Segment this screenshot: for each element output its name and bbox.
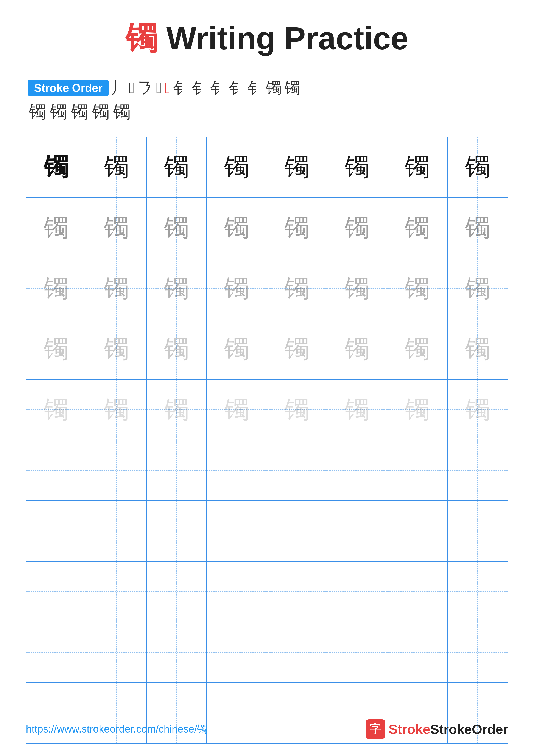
grid-cell-r8-c7[interactable]	[387, 562, 447, 622]
grid-cell-r6-c8[interactable]	[447, 440, 508, 500]
grid-cell-r9-c3[interactable]	[147, 622, 207, 682]
grid-cell-r1-c6: 镯	[327, 137, 387, 197]
grid-cell-r6-c7[interactable]	[387, 440, 447, 500]
grid-cell-r6-c3[interactable]	[147, 440, 207, 500]
cell-char: 镯	[465, 397, 490, 422]
stroke-s10: 钅	[247, 78, 263, 98]
cell-char: 镯	[405, 155, 429, 179]
grid-cell-r6-c2[interactable]	[87, 440, 146, 500]
grid-cell-r7-c3[interactable]	[147, 501, 207, 561]
stroke-s9: 钅	[229, 78, 244, 98]
cell-char: 镯	[224, 276, 249, 301]
stroke-s11: 镯	[266, 78, 282, 98]
stroke-order-badge: Stroke Order	[28, 80, 109, 96]
grid-cell-r9-c6[interactable]	[327, 622, 387, 682]
grid-cell-r4-c8: 镯	[447, 319, 508, 379]
footer: https://www.strokeorder.com/chinese/镯 字 …	[26, 719, 508, 739]
page-title: 镯 Writing Practice	[26, 17, 508, 60]
stroke-order-section: Stroke Order 丿 𠂆 ㇋ 𠄎 𠄎 钅 钅 钅 钅 钅 镯 镯 镯 镯…	[26, 78, 508, 124]
stroke-s1: 丿	[110, 78, 126, 98]
grid-cell-r6-c6[interactable]	[327, 440, 387, 500]
grid-cell-r9-c4[interactable]	[207, 622, 267, 682]
grid-cell-r9-c2[interactable]	[87, 622, 146, 682]
stroke-l2-s1: 镯	[29, 100, 46, 124]
grid-cell-r1-c7: 镯	[387, 137, 447, 197]
grid-cell-r5-c7: 镯	[387, 380, 447, 440]
footer-logo-text: StrokeStrokeOrder	[389, 721, 508, 737]
grid-cell-r7-c1[interactable]	[26, 501, 87, 561]
stroke-s4: 𠄎	[156, 79, 162, 97]
cell-char: 镯	[104, 216, 129, 240]
grid-cell-r1-c5: 镯	[267, 137, 327, 197]
grid-cell-r8-c4[interactable]	[207, 562, 267, 622]
grid-cell-r1-c8: 镯	[447, 137, 508, 197]
grid-cell-r7-c8[interactable]	[447, 501, 508, 561]
grid-cell-r8-c8[interactable]	[447, 562, 508, 622]
cell-char: 镯	[465, 276, 490, 301]
stroke-l2-s4: 镯	[92, 100, 110, 124]
cell-char: 镯	[285, 397, 309, 422]
grid-cell-r8-c2[interactable]	[87, 562, 146, 622]
grid-cell-r3-c2: 镯	[87, 258, 146, 318]
grid-cell-r2-c8: 镯	[447, 198, 508, 258]
grid-cell-r7-c4[interactable]	[207, 501, 267, 561]
footer-logo: 字 StrokeStrokeOrder	[366, 719, 508, 739]
grid-cell-r9-c7[interactable]	[387, 622, 447, 682]
grid-cell-r4-c3: 镯	[147, 319, 207, 379]
grid-cell-r7-c6[interactable]	[327, 501, 387, 561]
cell-char: 镯	[104, 397, 129, 422]
cell-char: 镯	[465, 337, 490, 362]
grid-cell-r3-c1: 镯	[26, 258, 87, 318]
grid-cell-r6-c4[interactable]	[207, 440, 267, 500]
grid-cell-r6-c1[interactable]	[26, 440, 87, 500]
stroke-s3: ㇋	[138, 78, 153, 98]
cell-char: 镯	[345, 155, 369, 179]
cell-char: 镯	[465, 216, 490, 240]
cell-char: 镯	[44, 155, 68, 179]
cell-char: 镯	[164, 155, 189, 179]
grid-row-7[interactable]	[26, 501, 508, 561]
grid-row-6[interactable]	[26, 440, 508, 501]
grid-cell-r7-c5[interactable]	[267, 501, 327, 561]
cell-char: 镯	[164, 276, 189, 301]
cell-char: 镯	[465, 155, 490, 179]
cell-char: 镯	[224, 337, 249, 362]
cell-char: 镯	[345, 397, 369, 422]
stroke-s2: 𠂆	[129, 79, 135, 97]
grid-row-5: 镯镯镯镯镯镯镯镯	[26, 380, 508, 440]
grid-cell-r2-c1: 镯	[26, 198, 87, 258]
grid-cell-r7-c7[interactable]	[387, 501, 447, 561]
grid-cell-r2-c2: 镯	[87, 198, 146, 258]
cell-char: 镯	[224, 397, 249, 422]
cell-char: 镯	[285, 155, 309, 179]
grid-cell-r8-c6[interactable]	[327, 562, 387, 622]
grid-cell-r4-c2: 镯	[87, 319, 146, 379]
grid-cell-r8-c3[interactable]	[147, 562, 207, 622]
stroke-chars-row2: 镯 镯 镯 镯 镯	[28, 100, 508, 124]
grid-cell-r2-c4: 镯	[207, 198, 267, 258]
grid-row-8[interactable]	[26, 562, 508, 622]
footer-url[interactable]: https://www.strokeorder.com/chinese/镯	[26, 722, 207, 736]
grid-cell-r8-c1[interactable]	[26, 562, 87, 622]
grid-cell-r4-c6: 镯	[327, 319, 387, 379]
grid-row-9[interactable]	[26, 622, 508, 683]
stroke-l2-s5: 镯	[113, 100, 131, 124]
stroke-s8: 钅	[211, 78, 226, 98]
grid-cell-r5-c6: 镯	[327, 380, 387, 440]
grid-cell-r3-c4: 镯	[207, 258, 267, 318]
stroke-chars-row1: 丿 𠂆 ㇋ 𠄎 𠄎 钅 钅 钅 钅 钅 镯 镯	[110, 78, 300, 98]
page: 镯 Writing Practice Stroke Order 丿 𠂆 ㇋ 𠄎 …	[0, 0, 534, 756]
stroke-s5: 𠄎	[165, 79, 170, 97]
grid-cell-r7-c2[interactable]	[87, 501, 146, 561]
grid-cell-r4-c5: 镯	[267, 319, 327, 379]
grid-cell-r4-c1: 镯	[26, 319, 87, 379]
grid-cell-r8-c5[interactable]	[267, 562, 327, 622]
cell-char: 镯	[405, 276, 429, 301]
grid-cell-r1-c4: 镯	[207, 137, 267, 197]
cell-char: 镯	[44, 216, 68, 240]
grid-cell-r9-c1[interactable]	[26, 622, 87, 682]
grid-cell-r9-c5[interactable]	[267, 622, 327, 682]
grid-cell-r9-c8[interactable]	[447, 622, 508, 682]
grid-cell-r6-c5[interactable]	[267, 440, 327, 500]
stroke-l2-s3: 镯	[71, 100, 88, 124]
